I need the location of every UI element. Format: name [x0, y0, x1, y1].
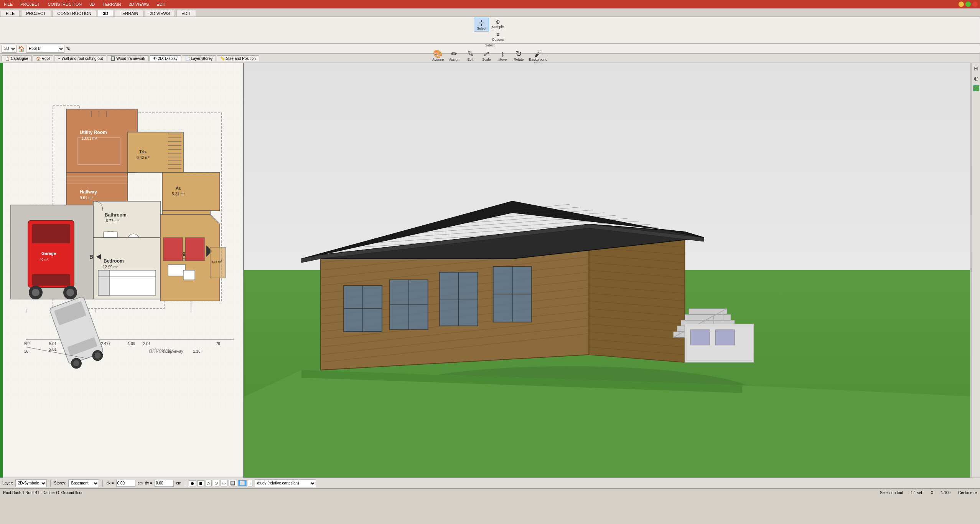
coord-icon-6[interactable]: 🔲 [229, 480, 237, 486]
coord-icon-1[interactable]: ⏺ [189, 480, 196, 486]
tab-wall-roof-cutting[interactable]: ✂ Wall and roof cutting out [54, 55, 106, 61]
unit-label: Centimetre [958, 491, 977, 495]
move-icon: ↕ [501, 50, 504, 58]
tab-file[interactable]: FILE [1, 10, 20, 17]
btn-move[interactable]: ↕ Move [495, 49, 510, 63]
layer-select[interactable]: 2D-Symbole [15, 479, 47, 487]
svg-rect-2 [66, 109, 137, 172]
view-mode-select[interactable]: 3D 2D [2, 45, 16, 53]
btn-edit-mat[interactable]: ✎ Edit [463, 49, 478, 63]
hallway-area: 9.61 m² [80, 196, 93, 200]
2d-display-icon: 👁 [153, 56, 157, 61]
dy-input[interactable] [155, 480, 174, 487]
coord-icon-4[interactable]: ⊕ [213, 480, 219, 486]
edit-storey-icon[interactable]: ✎ [66, 46, 71, 52]
bedroom-label: Bedroom [104, 258, 124, 264]
svg-rect-31 [98, 270, 110, 295]
tab-project[interactable]: PROJECT [21, 10, 51, 17]
coord-icon-7[interactable]: ⬜ [238, 480, 247, 486]
menu-edit[interactable]: EDIT [153, 1, 170, 7]
ribbon-group-select-buttons: ⊹ Select ⊕ Multiple ≡ Options [474, 18, 506, 43]
small-space-label: 3.38 m² [211, 260, 222, 263]
tab-roof[interactable]: 🏠 Roof [33, 55, 53, 61]
status-bar: Layer: 2D-Symbole Storey: Basement Groun… [0, 478, 980, 488]
bottom-info: Roof Dach 1 Roof B L=Dächer G=Ground flo… [3, 491, 82, 495]
dim-109: 1.09 [128, 342, 135, 346]
menu-3d[interactable]: 3D [86, 1, 99, 7]
b-label: B [89, 254, 93, 260]
dim-201b: 2.01 [143, 342, 151, 346]
tab-construction[interactable]: CONSTRUCTION [53, 10, 97, 17]
edit-mat-icon: ✎ [467, 50, 474, 58]
ar-label: Ar. [176, 186, 181, 190]
svg-rect-36 [168, 264, 185, 276]
dim-201: 2.01 [49, 347, 57, 352]
svg-rect-34 [163, 238, 183, 261]
menu-terrain[interactable]: TERRAIN [99, 1, 125, 7]
tab-layer-storey[interactable]: 📑 Layer/Storey [182, 55, 216, 61]
storey-label: Storey: [54, 481, 66, 485]
dim-79: 79 [216, 342, 221, 346]
panel-sidebar-icon-1[interactable]: ⊞ [974, 65, 978, 71]
menu-project[interactable]: PROJECT [16, 1, 44, 7]
tab-terrain[interactable]: TERRAIN [115, 10, 143, 17]
tab-edit[interactable]: EDIT [176, 10, 196, 17]
trh-area: 6.42 m² [137, 155, 150, 160]
garage-area: 40 m² [40, 258, 48, 261]
btn-assign[interactable]: ✏ Assign [446, 49, 462, 63]
coord-icon-5[interactable]: ◌ [221, 480, 227, 486]
tab-size-position[interactable]: 📏 Size and Position [217, 55, 259, 61]
driveway-text: driveway [149, 347, 173, 354]
storey-select[interactable]: Roof B Ground floor Basement [26, 45, 64, 53]
btn-scale[interactable]: ⤢ Scale [479, 49, 494, 63]
bathroom-label: Bathroom [105, 212, 127, 218]
dim-59deg: 59° [24, 342, 30, 346]
tab-catalogue[interactable]: 📋 Catalogue [2, 55, 32, 61]
btn-options[interactable]: ≡ Options [490, 30, 506, 43]
bedroom-area: 12.99 m² [103, 265, 118, 269]
tab-2d-display[interactable]: 👁 2D: Display [150, 55, 181, 61]
ribbon-group-select: ⊹ Select ⊕ Multiple ≡ Options Select [0, 17, 980, 48]
cutting-icon: ✂ [58, 56, 61, 61]
hallway-label: Hallway [80, 189, 97, 195]
storey-indicator [0, 63, 3, 478]
dx-label: dx = [106, 481, 114, 485]
menu-2dviews[interactable]: 2D VIEWS [125, 1, 153, 7]
unit-label-dy: cm [176, 481, 181, 485]
tab-2dviews[interactable]: 2D VIEWS [145, 10, 175, 17]
btn-select[interactable]: ⊹ Select [474, 18, 489, 31]
svg-point-45 [32, 289, 40, 296]
dy-label: dy = [145, 481, 152, 485]
utility-room-area: 13.01 m² [82, 136, 97, 141]
coord-mode-select[interactable]: dx,dy (relative cartesian) [255, 479, 316, 487]
svg-rect-37 [183, 270, 195, 280]
maximize-btn[interactable] [965, 2, 971, 7]
storey-select-bottom[interactable]: Basement Ground floor [68, 479, 99, 487]
close-btn[interactable] [972, 2, 978, 7]
dx-input[interactable] [116, 480, 135, 487]
panel-2d[interactable]: Utility Room 13.01 m² Hallway 9.61 m² Tr… [0, 63, 244, 478]
x-label: X [931, 491, 933, 495]
btn-multiple[interactable]: ⊕ Multiple [490, 18, 506, 30]
utility-room-label: Utility Room [80, 130, 107, 135]
select-icon: ⊹ [478, 19, 485, 26]
panel-sidebar-icon-3[interactable]: 🌿 [973, 85, 979, 91]
coord-icon-3[interactable]: △ [206, 480, 212, 486]
tab-wood-framework[interactable]: 🔲 Wood framework [107, 55, 148, 61]
btn-rotate[interactable]: ↻ Rotate [511, 49, 526, 63]
ar-area: 5.21 m² [172, 192, 185, 196]
tab-3d[interactable]: 3D [98, 10, 113, 17]
options-icon: ≡ [496, 31, 499, 38]
coord-icon-2[interactable]: ⏹ [197, 480, 204, 486]
panel-3d[interactable]: ⊞ ◐ 🌿 ≡≡ [244, 63, 980, 478]
btn-acquire[interactable]: 🎨 Acquire [430, 49, 446, 63]
rotate-icon: ↻ [516, 50, 522, 58]
coord-icon-8[interactable]: ⁞ [248, 480, 252, 486]
menu-construction[interactable]: CONSTRUCTION [44, 1, 86, 7]
panel-sidebar-icon-2[interactable]: ◐ [974, 75, 978, 81]
group-select-label: Select [485, 43, 494, 47]
floorplan-svg: Utility Room 13.01 m² Hallway 9.61 m² Tr… [3, 63, 244, 408]
menu-file[interactable]: FILE [0, 1, 16, 7]
minimize-btn[interactable] [959, 2, 964, 7]
menu-bar: FILE PROJECT CONSTRUCTION 3D TERRAIN 2D … [0, 0, 980, 8]
